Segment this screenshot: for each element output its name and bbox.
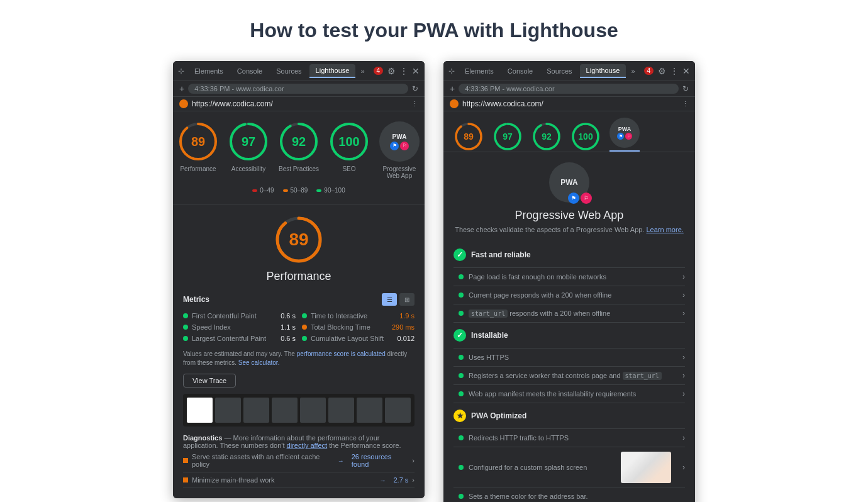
right-fast-chevron-3[interactable]: › xyxy=(682,309,685,318)
left-perf-score-link[interactable]: performance score is calculated xyxy=(297,350,386,357)
right-pwa-detail: PWA ⚑ ⚐ Progressive Web App These checks… xyxy=(443,152,695,502)
left-calculator-link[interactable]: See calculator. xyxy=(238,359,280,366)
left-menu-icon[interactable]: ⋮ xyxy=(399,66,408,76)
right-tab-console[interactable]: Console xyxy=(501,65,539,77)
screenshots-container: ⊹ Elements Console Sources Lighthouse » … xyxy=(13,61,855,502)
left-address-text: 4:33:36 PM - www.codica.cor xyxy=(188,84,408,94)
left-close-button[interactable]: ✕ xyxy=(412,66,420,76)
left-metric-tbt-name: Total Blocking Time xyxy=(311,323,388,331)
right-pwa-blue-icon: ⚑ xyxy=(619,134,623,139)
left-legend-red-dot xyxy=(252,189,257,192)
right-close-button[interactable]: ✕ xyxy=(682,66,690,76)
left-diag-chevron-1[interactable]: › xyxy=(412,457,415,464)
right-tab-lighthouse[interactable]: Lighthouse xyxy=(580,64,626,78)
right-tab-sources[interactable]: Sources xyxy=(540,65,578,77)
right-inst-item-3: Web app manifest meets the installabilit… xyxy=(453,384,685,403)
left-frame-5 xyxy=(300,398,326,423)
left-refresh-icon[interactable]: ↻ xyxy=(412,84,418,93)
right-opt-chevron-1[interactable]: › xyxy=(682,433,685,442)
left-legend-green-dot xyxy=(316,189,321,192)
right-inst-chevron-3[interactable]: › xyxy=(682,389,685,398)
right-settings-icon[interactable]: ⚙ xyxy=(658,66,666,76)
left-diag-chevron-2[interactable]: › xyxy=(412,476,415,484)
right-opt-text-2: Configured for a custom splash screen xyxy=(469,464,616,471)
left-devtools-header: ⊹ Elements Console Sources Lighthouse » … xyxy=(173,61,425,81)
right-opt-item-3: Sets a theme color for the address bar. xyxy=(453,488,685,502)
left-tab-console[interactable]: Console xyxy=(231,65,269,77)
right-learn-more-link[interactable]: Learn more. xyxy=(647,226,684,233)
right-add-icon[interactable]: + xyxy=(450,84,455,94)
left-metric-tti-dot xyxy=(302,313,307,318)
right-cat-fast-icon: ✓ xyxy=(453,248,466,261)
left-cursor-icon: ⊹ xyxy=(178,67,184,75)
right-inst-chevron-2[interactable]: › xyxy=(682,371,685,380)
right-score-97: 97 xyxy=(492,121,523,152)
right-category-optimized: ★ PWA Optimized Redirects HTTP traffic t… xyxy=(453,403,685,502)
right-cat-opt-icon: ★ xyxy=(453,410,466,422)
right-badge: 4 xyxy=(644,67,654,75)
right-refresh-icon[interactable]: ↻ xyxy=(682,84,689,93)
left-frame-1 xyxy=(187,398,213,423)
right-tab-elements[interactable]: Elements xyxy=(459,65,500,77)
right-fast-chevron-1[interactable]: › xyxy=(682,272,685,281)
left-diag-link[interactable]: directly affect xyxy=(287,442,328,449)
left-diag-desc-2: the Performance score. xyxy=(329,442,401,449)
right-pwa-icon-big: PWA ⚑ ⚐ xyxy=(549,162,589,203)
right-inst-item-2: Registers a service worker that controls… xyxy=(453,366,685,384)
left-tab-lighthouse[interactable]: Lighthouse xyxy=(309,64,356,78)
left-add-icon[interactable]: + xyxy=(179,84,184,94)
right-opt-text-3: Sets a theme color for the address bar. xyxy=(469,493,685,500)
right-cursor-icon: ⊹ xyxy=(448,67,455,75)
right-cat-opt-label: PWA Optimized xyxy=(471,411,526,420)
right-scores-area: 89 97 xyxy=(443,111,695,152)
right-opt-chevron-2[interactable]: › xyxy=(682,463,685,472)
left-metric-tti: Time to Interactive 1.9 s xyxy=(302,312,415,320)
left-metric-fcp-value: 0.6 s xyxy=(281,312,296,320)
right-pwa-badge-pink-icon: ⚐ xyxy=(584,195,589,201)
left-favicon xyxy=(179,99,188,108)
left-pwa-label-inner: PWA xyxy=(392,133,407,140)
left-frame-3 xyxy=(243,398,269,423)
left-toggle-list[interactable]: ☰ xyxy=(382,293,397,306)
right-fast-chevron-2[interactable]: › xyxy=(682,291,685,299)
left-treemap-icon: ⊞ xyxy=(404,296,409,303)
right-inst-code-2: start_url xyxy=(623,372,662,380)
right-opt-preview-thumb xyxy=(621,452,671,483)
left-metric-tbt-value: 290 ms xyxy=(392,323,415,331)
left-diag-item-1-text: Serve static assets with an efficient ca… xyxy=(192,453,334,468)
right-menu-icon[interactable]: ⋮ xyxy=(670,66,679,76)
right-pwa-circle: PWA ⚑ ⚐ xyxy=(609,118,640,148)
left-tab-elements[interactable]: Elements xyxy=(188,65,230,77)
right-inst-chevron-1[interactable]: › xyxy=(682,353,685,362)
left-url-menu-icon[interactable]: ⋮ xyxy=(411,100,418,108)
left-diag-square-1 xyxy=(183,458,188,463)
right-tab-more[interactable]: » xyxy=(627,65,638,77)
left-url-bar: https://www.codica.com/ ⋮ xyxy=(173,97,425,111)
left-view-toggle: ☰ ⊞ xyxy=(382,293,415,306)
left-metric-fcp-dot xyxy=(183,313,188,318)
left-perf-score-area: 89 Performance xyxy=(183,215,415,283)
left-tab-more[interactable]: » xyxy=(357,65,368,77)
right-category-fast: ✓ Fast and reliable Page load is fast en… xyxy=(453,242,685,323)
right-address-text: 4:33:36 PM - www.codica.cor xyxy=(459,84,679,94)
left-score-seo: 100 SEO xyxy=(329,121,369,179)
right-inst-dot-3 xyxy=(459,391,464,396)
right-fast-item-2: Current page responds with a 200 when of… xyxy=(453,286,685,304)
left-metric-si-dot xyxy=(183,325,188,330)
left-devtools-window: ⊹ Elements Console Sources Lighthouse » … xyxy=(173,61,425,498)
right-score-100-num: 100 xyxy=(578,131,593,142)
right-pwa-underline xyxy=(609,150,640,152)
left-view-trace-button[interactable]: View Trace xyxy=(183,374,236,388)
left-settings-icon[interactable]: ⚙ xyxy=(387,66,396,76)
left-diag-arrow-1: → xyxy=(338,457,344,464)
right-cat-inst-icon: ✓ xyxy=(453,329,466,342)
left-acc-score: 97 xyxy=(242,135,255,149)
right-fast-text-1: Page load is fast enough on mobile netwo… xyxy=(469,273,677,281)
right-opt-item-1: Redirects HTTP traffic to HTTPS › xyxy=(453,428,685,447)
left-diag-title: Diagnostics xyxy=(183,434,222,442)
left-tab-sources[interactable]: Sources xyxy=(270,65,308,77)
right-url-menu-icon[interactable]: ⋮ xyxy=(682,100,689,108)
left-toggle-treemap[interactable]: ⊞ xyxy=(399,293,415,306)
left-perf-circle: 89 xyxy=(178,121,218,162)
right-url-text: https://www.codica.com/ xyxy=(462,99,678,108)
